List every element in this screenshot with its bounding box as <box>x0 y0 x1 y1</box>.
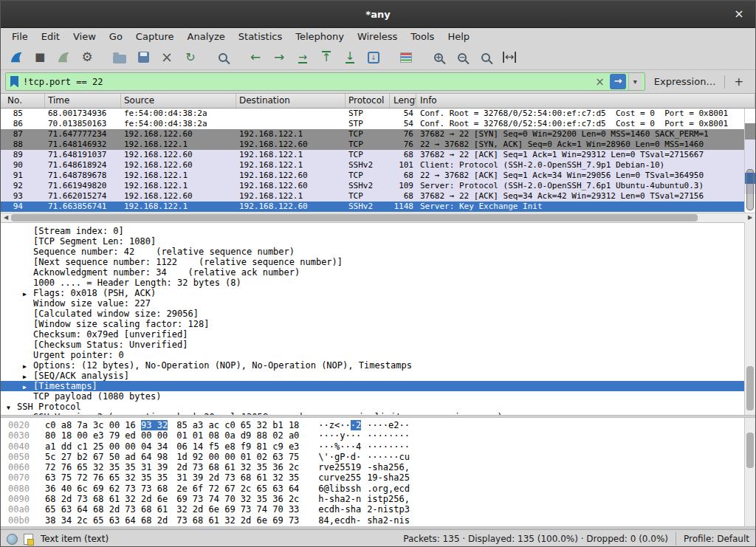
hscroll-thumb[interactable] <box>11 214 698 221</box>
hex-row[interactable]: 00a065 63 64 68 2d 73 68 6132 2d 6e 69 7… <box>1 504 755 515</box>
go-forward-button[interactable]: → <box>269 48 289 67</box>
expand-icon[interactable]: ▶ <box>23 289 33 298</box>
menu-tools[interactable]: Tools <box>404 30 441 44</box>
detail-line[interactable]: [TCP Segment Len: 1080] <box>1 236 755 247</box>
menu-telephony[interactable]: Telephony <box>289 30 351 44</box>
packet-row[interactable]: 9371.662015274192.168.122.60192.168.122.… <box>1 191 755 202</box>
detail-line[interactable]: Window size value: 227 <box>1 298 755 309</box>
hex-row[interactable]: 0040a1 dd c1 25 00 00 04 3406 14 f5 e8 f… <box>1 441 755 452</box>
close-window-button[interactable]: × <box>732 7 746 21</box>
packet-row[interactable]: 8771.647777234192.168.122.60192.168.122.… <box>1 129 755 140</box>
hscroll-right-arrow[interactable]: ▶ <box>745 213 755 222</box>
go-to-packet-button[interactable]: → <box>293 48 312 67</box>
detail-line[interactable]: 1000 .... = Header Length: 32 bytes (8) <box>1 278 755 288</box>
column-header-time[interactable]: Time <box>45 94 121 108</box>
detail-line[interactable]: Urgent pointer: 0 <box>1 350 755 360</box>
detail-line[interactable]: ▼SSH Protocol <box>1 402 755 412</box>
hex-row[interactable]: 007063 75 72 76 65 32 35 3531 39 2d 73 6… <box>1 472 755 483</box>
column-header-length[interactable]: Length <box>390 94 416 108</box>
menu-go[interactable]: Go <box>103 30 129 44</box>
packet-row[interactable]: 9171.648789678192.168.122.1192.168.122.6… <box>1 171 755 181</box>
packet-row[interactable]: 8871.648146932192.168.122.1192.168.122.6… <box>1 140 755 150</box>
expand-icon[interactable]: ▶ <box>23 362 33 371</box>
zoom-out-button[interactable]: − <box>453 48 472 67</box>
collapse-icon[interactable]: ▼ <box>7 403 17 412</box>
expand-icon[interactable]: ▶ <box>23 372 33 381</box>
detail-line[interactable]: [Window size scaling factor: 128] <box>1 319 755 329</box>
profile-status[interactable]: Profile: Default <box>684 534 749 544</box>
menu-wireless[interactable]: Wireless <box>351 30 404 44</box>
capture-options-button[interactable]: ⚙ <box>78 48 97 67</box>
hex-row[interactable]: 00b038 34 2c 65 63 64 68 2d73 68 61 32 2… <box>1 515 755 526</box>
menu-statistics[interactable]: Statistics <box>232 30 289 44</box>
packet-row[interactable]: 8670.013850163fe:54:00:d4:38:2aSTP54Conf… <box>1 119 755 129</box>
detail-line[interactable]: [Stream index: 0] <box>1 226 755 236</box>
capture-comment-icon[interactable] <box>24 534 33 545</box>
hex-row[interactable]: 003080 18 00 e3 79 ed 00 0001 01 08 0a d… <box>1 430 755 441</box>
menu-capture[interactable]: Capture <box>129 30 181 44</box>
column-header-info[interactable]: Info <box>416 94 755 108</box>
hex-row[interactable]: 0020c0 a8 7a 3c 00 16 93 3285 a3 ac c0 6… <box>1 420 755 430</box>
close-file-button[interactable]: × <box>157 48 176 67</box>
column-header-no[interactable]: No. <box>1 94 45 108</box>
column-header-protocol[interactable]: Protocol <box>346 94 390 108</box>
menu-analyze[interactable]: Analyze <box>181 30 232 44</box>
stop-capture-button[interactable]: ■ <box>30 48 49 67</box>
packet-row[interactable]: 8971.648191037192.168.122.60192.168.122.… <box>1 150 755 160</box>
packet-row[interactable]: 9471.663856741192.168.122.1192.168.122.6… <box>1 202 755 212</box>
packet-row[interactable]: 9271.661949820192.168.122.1192.168.122.6… <box>1 181 755 191</box>
menu-edit[interactable]: Edit <box>35 30 66 44</box>
hex-row[interactable]: 009068 2d 73 68 61 32 2d 6e69 73 74 70 3… <box>1 494 755 504</box>
expression-button[interactable]: Expression… <box>645 76 725 87</box>
menu-help[interactable]: Help <box>441 30 476 44</box>
find-packet-button[interactable] <box>213 48 233 67</box>
details-vscrollbar[interactable] <box>744 222 755 415</box>
detail-line[interactable]: TCP payload (1080 bytes) <box>1 391 755 402</box>
details-vscroll-thumb[interactable] <box>746 366 754 410</box>
expand-icon[interactable]: ▶ <box>23 382 33 391</box>
reload-file-button[interactable]: ↻ <box>181 48 200 67</box>
filter-bookmark-icon[interactable] <box>10 76 18 87</box>
hex-row[interactable]: 008036 40 6c 69 62 73 73 682e 6f 72 67 2… <box>1 484 755 494</box>
display-filter-input[interactable]: !tcp.port == 22 × → ▾ <box>5 72 645 91</box>
go-first-button[interactable]: ↑ <box>317 48 336 67</box>
detail-line[interactable]: [Calculated window size: 29056] <box>1 309 755 319</box>
detail-line[interactable]: ▶[Timestamps] <box>1 381 755 391</box>
hscroll-left-arrow[interactable]: ◀ <box>1 213 11 222</box>
go-back-button[interactable]: ← <box>246 48 265 67</box>
hex-row[interactable]: 006072 76 65 32 35 35 31 392d 73 68 61 3… <box>1 462 755 472</box>
restart-capture-button[interactable] <box>54 48 73 67</box>
detail-line[interactable]: [Checksum Status: Unverified] <box>1 340 755 350</box>
detail-line[interactable]: Acknowledgment number: 34 (relative ack … <box>1 267 755 278</box>
start-capture-button[interactable] <box>7 48 26 67</box>
save-file-button[interactable] <box>134 48 153 67</box>
detail-line[interactable]: ▶Options: (12 bytes), No-Operation (NOP)… <box>1 360 755 371</box>
auto-scroll-button[interactable]: ↓ <box>364 48 383 67</box>
packet-row[interactable]: 8568.001734936fe:54:00:d4:38:2aSTP54Conf… <box>1 109 755 119</box>
detail-line[interactable]: ▶Flags: 0x018 (PSH, ACK) <box>1 288 755 298</box>
zoom-in-button[interactable]: + <box>429 48 448 67</box>
zoom-100-button[interactable] <box>476 48 495 67</box>
detail-line[interactable]: Checksum: 0x79ed [unverified] <box>1 329 755 340</box>
packet-row[interactable]: 9071.648618924192.168.122.60192.168.122.… <box>1 160 755 171</box>
packet-list-hscrollbar[interactable]: ◀ ▶ <box>1 213 755 222</box>
column-header-source[interactable]: Source <box>121 94 236 108</box>
bytes-vscroll-thumb[interactable] <box>746 433 754 468</box>
open-file-button[interactable] <box>110 48 129 67</box>
menu-file[interactable]: File <box>5 30 35 44</box>
packet-list-vscroll-thumb[interactable] <box>746 169 754 210</box>
detail-line[interactable]: Sequence number: 42 (relative sequence n… <box>1 247 755 257</box>
hex-row[interactable]: 00505c 27 b2 67 50 ad 64 981d 92 00 00 0… <box>1 452 755 462</box>
filter-add-button[interactable]: + <box>725 75 751 89</box>
detail-line[interactable]: [Next sequence number: 1122 (relative se… <box>1 257 755 267</box>
filter-clear-icon[interactable]: × <box>590 75 610 89</box>
colorize-button[interactable] <box>396 48 416 67</box>
packet-list-vscrollbar[interactable] <box>744 109 755 213</box>
go-last-button[interactable]: ↓ <box>340 48 360 67</box>
filter-dropdown-arrow[interactable]: ▾ <box>628 73 642 90</box>
filter-apply-button[interactable]: → <box>610 74 626 89</box>
detail-line[interactable]: ▶[SEQ/ACK analysis] <box>1 371 755 381</box>
bytes-vscrollbar[interactable] <box>744 418 755 526</box>
menu-view[interactable]: View <box>66 30 103 44</box>
expert-info-icon[interactable] <box>7 534 18 545</box>
